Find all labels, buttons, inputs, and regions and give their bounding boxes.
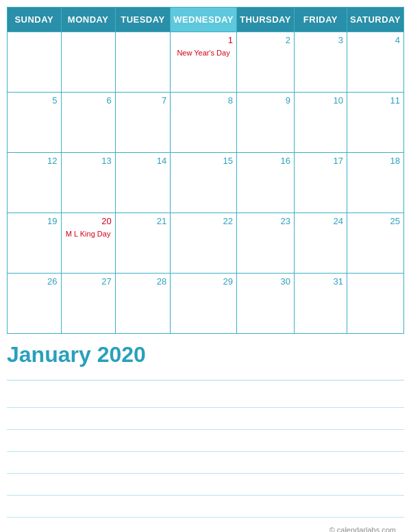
- day-number: 22: [174, 216, 233, 226]
- day-number: 12: [11, 156, 58, 166]
- day-cell: 25: [347, 213, 403, 274]
- day-cell: 3: [294, 32, 347, 93]
- day-cell: 23: [236, 213, 294, 274]
- header-friday: Friday: [294, 8, 347, 32]
- header-sunday: Sunday: [8, 8, 62, 32]
- day-cell: 21: [115, 213, 170, 274]
- divider-line-1: [7, 380, 404, 380]
- month-title-section: January 2020: [0, 334, 411, 373]
- footer-text: © calendarlabs.com: [329, 526, 396, 532]
- day-number: 3: [298, 35, 343, 45]
- day-number: 5: [11, 95, 58, 106]
- day-number: 7: [119, 95, 166, 106]
- day-number: 24: [298, 216, 343, 226]
- holiday-label: New Year's Day: [174, 48, 233, 58]
- day-cell: 24: [294, 213, 347, 274]
- calendar-table: SundayMondayTuesdayWednesdayThursdayFrid…: [7, 7, 404, 334]
- note-line-1: [7, 387, 404, 408]
- month-title: January 2020: [7, 342, 146, 367]
- day-cell: 19: [8, 213, 62, 274]
- day-cell: 8: [171, 93, 237, 153]
- day-number: 31: [298, 276, 343, 287]
- day-cell: 26: [8, 274, 62, 334]
- day-number: 27: [65, 276, 112, 287]
- day-number: 15: [174, 156, 233, 166]
- day-cell: 9: [236, 93, 294, 153]
- day-number: 20: [65, 216, 112, 226]
- day-number: 13: [65, 156, 112, 166]
- day-cell: [115, 32, 170, 93]
- day-cell: 18: [347, 153, 403, 213]
- day-cell: 10: [294, 93, 347, 153]
- day-cell: 7: [115, 93, 170, 153]
- week-row-4: 1920M L King Day2122232425: [8, 213, 404, 274]
- day-cell: 2: [236, 32, 294, 93]
- day-cell: 29: [171, 274, 237, 334]
- day-number: 28: [119, 276, 166, 287]
- day-number: 29: [174, 276, 233, 287]
- week-row-5: 262728293031: [8, 274, 404, 334]
- day-number: 4: [351, 35, 400, 45]
- day-number: 8: [174, 95, 233, 106]
- header-tuesday: Tuesday: [115, 8, 170, 32]
- day-number: 21: [119, 216, 166, 226]
- header-monday: Monday: [61, 8, 115, 32]
- week-row-3: 12131415161718: [8, 153, 404, 213]
- footer: © calendarlabs.com: [329, 522, 404, 532]
- day-number: 19: [11, 216, 58, 226]
- day-cell: [347, 274, 403, 334]
- day-cell: 28: [115, 274, 170, 334]
- day-number: 26: [11, 276, 58, 287]
- day-cell: 1New Year's Day: [171, 32, 237, 93]
- day-cell: 30: [236, 274, 294, 334]
- week-row-1: 1New Year's Day234: [8, 32, 404, 93]
- day-cell: 12: [8, 153, 62, 213]
- note-line-5: [7, 475, 404, 496]
- week-row-2: 567891011: [8, 93, 404, 153]
- day-cell: 22: [171, 213, 237, 274]
- day-number: 17: [298, 156, 343, 166]
- day-number: 1: [174, 35, 233, 45]
- day-number: 10: [298, 95, 343, 106]
- note-line-2: [7, 409, 404, 430]
- notes-lines: [0, 387, 411, 532]
- day-cell: 13: [61, 153, 115, 213]
- note-line-4: [7, 453, 404, 474]
- day-cell: 15: [171, 153, 237, 213]
- day-number: 14: [119, 156, 166, 166]
- day-cell: 31: [294, 274, 347, 334]
- day-cell: 14: [115, 153, 170, 213]
- day-number: 11: [351, 95, 400, 106]
- day-number: 23: [240, 216, 290, 226]
- day-cell: [8, 32, 62, 93]
- day-cell: 11: [347, 93, 403, 153]
- day-cell: 17: [294, 153, 347, 213]
- day-cell: 16: [236, 153, 294, 213]
- day-cell: 5: [8, 93, 62, 153]
- day-number: 16: [240, 156, 290, 166]
- header-thursday: Thursday: [236, 8, 294, 32]
- day-cell: 6: [61, 93, 115, 153]
- note-line-3: [7, 431, 404, 452]
- day-cell: 4: [347, 32, 403, 93]
- day-number: 2: [240, 35, 290, 45]
- day-cell: 27: [61, 274, 115, 334]
- day-number: 18: [351, 156, 400, 166]
- holiday-label: M L King Day: [65, 229, 112, 239]
- day-number: 25: [351, 216, 400, 226]
- divider-lines: [0, 380, 411, 380]
- calendar-wrapper: SundayMondayTuesdayWednesdayThursdayFrid…: [0, 0, 411, 334]
- day-cell: 20M L King Day: [61, 213, 115, 274]
- day-number: 30: [240, 276, 290, 287]
- header-saturday: Saturday: [347, 8, 403, 32]
- header-wednesday: Wednesday: [171, 8, 237, 32]
- note-line-6: [7, 497, 404, 518]
- day-number: 6: [65, 95, 112, 106]
- day-cell: [61, 32, 115, 93]
- day-number: 9: [240, 95, 290, 106]
